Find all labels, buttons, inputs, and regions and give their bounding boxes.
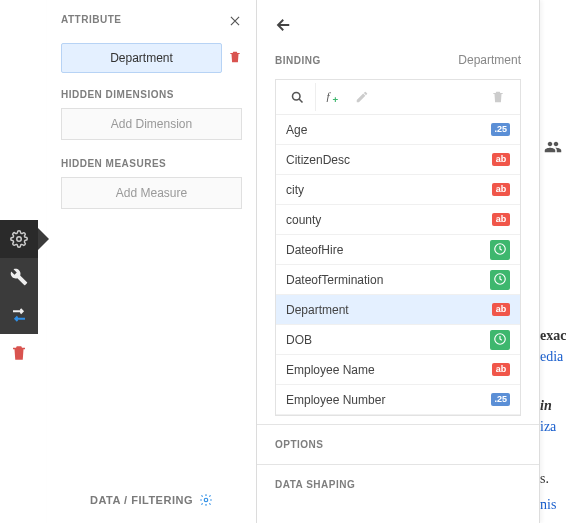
- connect-tab[interactable]: [0, 296, 38, 334]
- binding-title: BINDING: [275, 55, 321, 66]
- close-button[interactable]: [228, 14, 242, 28]
- field-type-badge: ab: [492, 363, 510, 376]
- wrench-icon: [10, 268, 28, 286]
- attribute-panel: ATTRIBUTE Department HIDDEN DIMENSIONS A…: [47, 0, 257, 523]
- field-row-dateofhire[interactable]: DateofHire: [276, 235, 520, 265]
- field-type-badge: .25: [491, 123, 510, 136]
- field-type-badge: [490, 240, 510, 260]
- edit-button: [348, 83, 376, 111]
- field-name: Employee Name: [286, 363, 375, 377]
- add-function-button[interactable]: f+: [320, 83, 348, 111]
- delete-field-button: [484, 83, 512, 111]
- field-type-badge: ab: [492, 303, 510, 316]
- svg-point-2: [293, 92, 301, 100]
- field-name: county: [286, 213, 321, 227]
- field-row-city[interactable]: cityab: [276, 175, 520, 205]
- field-row-employee-number[interactable]: Employee Number.25: [276, 385, 520, 415]
- fx-plus-icon: f+: [325, 88, 343, 106]
- options-section[interactable]: OPTIONS: [257, 424, 539, 464]
- field-name: DateofTermination: [286, 273, 383, 287]
- add-dimension-button[interactable]: Add Dimension: [61, 108, 242, 140]
- data-filtering-label: DATA / FILTERING: [90, 494, 193, 506]
- close-icon: [228, 14, 242, 28]
- trash-icon: [491, 90, 505, 104]
- remove-attribute-button[interactable]: [228, 50, 242, 67]
- hidden-measures-title: HIDDEN MEASURES: [61, 158, 242, 169]
- bg-link: nis: [540, 494, 556, 515]
- binding-field-name: Department: [458, 53, 521, 67]
- field-type-badge: ab: [492, 153, 510, 166]
- field-row-employee-name[interactable]: Employee Nameab: [276, 355, 520, 385]
- bg-text: s.: [540, 468, 549, 489]
- field-name: DateofHire: [286, 243, 343, 257]
- bg-link: iza: [540, 416, 556, 437]
- field-name: Employee Number: [286, 393, 385, 407]
- field-row-age[interactable]: Age.25: [276, 115, 520, 145]
- data-shaping-section[interactable]: DATA SHAPING: [257, 464, 539, 504]
- attribute-pill-department[interactable]: Department: [61, 43, 222, 73]
- field-name: Department: [286, 303, 349, 317]
- field-type-badge: ab: [492, 183, 510, 196]
- field-list[interactable]: Age.25CitizenDescabcityabcountyabDateofH…: [276, 115, 520, 415]
- field-name: Age: [286, 123, 307, 137]
- pencil-icon: [355, 90, 369, 104]
- people-icon: [544, 138, 562, 156]
- field-name: DOB: [286, 333, 312, 347]
- trash-icon: [10, 344, 28, 362]
- arrows-icon: [10, 306, 28, 324]
- field-toolbar: f+: [276, 80, 520, 115]
- side-toolbar: [0, 220, 38, 372]
- field-box: f+ Age.25CitizenDescabcityabcountyabDate…: [275, 79, 521, 416]
- svg-text:f: f: [327, 90, 332, 102]
- data-filtering-button[interactable]: DATA / FILTERING: [47, 493, 256, 507]
- field-row-department[interactable]: Departmentab: [276, 295, 520, 325]
- gear-icon: [199, 493, 213, 507]
- svg-point-0: [17, 237, 22, 242]
- trash-icon: [228, 50, 242, 64]
- field-name: city: [286, 183, 304, 197]
- bg-text: exac: [540, 325, 566, 346]
- field-type-badge: ab: [492, 213, 510, 226]
- svg-point-1: [204, 498, 208, 502]
- svg-text:+: +: [333, 94, 339, 105]
- gear-icon: [10, 230, 28, 248]
- field-name: CitizenDesc: [286, 153, 350, 167]
- tools-tab[interactable]: [0, 258, 38, 296]
- settings-tab[interactable]: [0, 220, 38, 258]
- field-row-dob[interactable]: DOB: [276, 325, 520, 355]
- search-icon: [290, 90, 305, 105]
- toolbar-arrow: [38, 228, 49, 250]
- bg-text: in: [540, 395, 552, 416]
- delete-tab[interactable]: [0, 334, 38, 372]
- attribute-title: ATTRIBUTE: [61, 14, 121, 25]
- field-row-dateoftermination[interactable]: DateofTermination: [276, 265, 520, 295]
- bg-link: edia: [540, 346, 563, 367]
- binding-panel: BINDING Department f+ Age.25CitizenDesca…: [257, 0, 540, 523]
- field-type-badge: [490, 330, 510, 350]
- add-measure-button[interactable]: Add Measure: [61, 177, 242, 209]
- arrow-left-icon: [275, 16, 293, 34]
- background-content: exac edia in iza s. nis: [540, 0, 566, 523]
- field-row-county[interactable]: countyab: [276, 205, 520, 235]
- back-button[interactable]: [275, 23, 293, 37]
- field-row-citizendesc[interactable]: CitizenDescab: [276, 145, 520, 175]
- search-button[interactable]: [284, 83, 316, 111]
- hidden-dimensions-title: HIDDEN DIMENSIONS: [61, 89, 242, 100]
- field-type-badge: [490, 270, 510, 290]
- field-type-badge: .25: [491, 393, 510, 406]
